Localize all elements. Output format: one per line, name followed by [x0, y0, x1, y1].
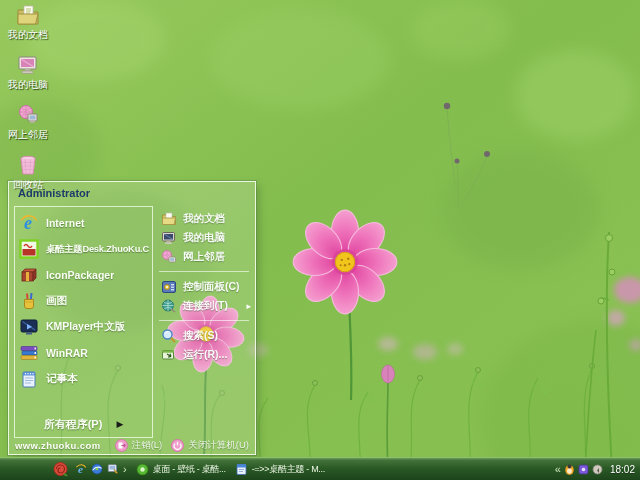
log-off-button[interactable]: 注销(L) — [115, 439, 163, 452]
control-panel-icon — [161, 279, 177, 295]
run-icon — [161, 347, 177, 363]
taskbar: e › 桌面 - 壁纸 - 桌酷... — [0, 457, 640, 480]
recycle-bin-icon — [16, 153, 40, 177]
start-menu-item-label: 记事本 — [46, 372, 78, 386]
network-places-icon — [16, 103, 40, 127]
quick-launch-show-desktop-icon[interactable] — [107, 463, 119, 475]
my-documents-icon — [16, 3, 40, 27]
browser-doc-icon — [235, 463, 248, 476]
start-menu: Administrator e Internet 桌酷主题Desk.ZhuoKu… — [8, 181, 256, 455]
quick-launch-bar: e › — [75, 463, 127, 475]
log-off-label: 注销(L) — [132, 439, 163, 452]
zhuoku-theme-icon — [19, 239, 39, 259]
all-programs-button[interactable]: 所有程序(P) ▶ — [15, 411, 152, 437]
shut-down-button[interactable]: 关闭计算机(U) — [171, 439, 249, 452]
task-label: -=>>桌酷主题 - M... — [252, 463, 325, 476]
desktop-icon-label: 我的电脑 — [8, 78, 48, 92]
start-menu-item-zhuoku-theme[interactable]: 桌酷主题Desk.ZhuoKu.Com — [15, 236, 152, 262]
quick-launch-media-player-icon[interactable] — [91, 463, 103, 475]
my-computer-icon — [16, 53, 40, 77]
desktop-icon-network-places[interactable]: 网上邻居 — [2, 103, 54, 142]
start-menu-item-run[interactable]: 运行(R)... — [159, 345, 251, 364]
start-menu-item-label: IconPackager — [46, 269, 114, 281]
desktop-icon-list: 我的文档 我的电脑 网上邻居 — [2, 3, 54, 192]
desktop-icon-label: 网上邻居 — [8, 128, 48, 142]
start-menu-item-iconpackager[interactable]: IconPackager — [15, 262, 152, 288]
qq-icon[interactable] — [564, 464, 575, 475]
start-menu-pinned-panel: e Internet 桌酷主题Desk.ZhuoKu.Com — [14, 206, 153, 438]
task-label: 桌面 - 壁纸 - 桌酷... — [153, 463, 226, 476]
desktop-icon-my-computer[interactable]: 我的电脑 — [2, 53, 54, 92]
notepad-icon — [19, 369, 39, 389]
submenu-arrow-icon: ▸ — [246, 301, 251, 311]
start-menu-item-kmplayer[interactable]: KMPlayer中文版 — [15, 314, 152, 340]
all-programs-arrow-icon: ▶ — [116, 419, 123, 429]
system-tray: « 18:02 — [555, 464, 640, 475]
tray-collapse-icon[interactable]: « — [555, 464, 561, 475]
volume-icon[interactable] — [592, 464, 603, 475]
start-menu-item-label: 画图 — [46, 294, 67, 308]
connect-to-icon — [161, 298, 177, 314]
start-menu-item-paint[interactable]: 画图 — [15, 288, 152, 314]
start-menu-item-search[interactable]: 搜索(S) — [159, 326, 251, 345]
quick-launch-ie-icon[interactable]: e — [75, 463, 87, 475]
start-menu-item-label: 控制面板(C) — [183, 280, 240, 294]
search-icon — [161, 328, 177, 344]
start-menu-item-winrar[interactable]: WinRAR — [15, 340, 152, 366]
paint-icon — [19, 291, 39, 311]
start-menu-item-connect-to[interactable]: 连接到(T) ▸ — [159, 296, 251, 315]
start-menu-item-label: 我的电脑 — [183, 231, 225, 245]
kmplayer-icon — [19, 317, 39, 337]
computer-icon — [161, 230, 177, 246]
start-menu-item-label: 桌酷主题Desk.ZhuoKu.Com — [46, 243, 149, 256]
documents-folder-icon — [161, 211, 177, 227]
menu-divider — [159, 271, 249, 272]
start-menu-item-label: 网上邻居 — [183, 250, 225, 264]
start-menu-item-my-computer[interactable]: 我的电脑 — [159, 228, 251, 247]
taskbar-task-theme-page[interactable]: -=>>桌酷主题 - M... — [235, 463, 325, 476]
zhuoku-watermark: www.zhuoku.com — [15, 440, 100, 451]
start-menu-item-network-neighborhood[interactable]: 网上邻居 — [159, 247, 251, 266]
tray-clock: 18:02 — [610, 464, 635, 475]
start-button[interactable] — [52, 461, 69, 478]
iconpackager-icon — [19, 265, 39, 285]
start-menu-item-control-panel[interactable]: 控制面板(C) — [159, 277, 251, 296]
desktop: 我的文档 我的电脑 网上邻居 — [0, 0, 640, 480]
messenger-icon[interactable] — [578, 464, 589, 475]
start-menu-item-label: 连接到(T) — [183, 299, 228, 313]
start-menu-item-label: KMPlayer中文版 — [46, 320, 125, 334]
start-menu-footer: www.zhuoku.com 注销(L) 关闭计算机(U) — [9, 437, 255, 454]
desktop-icon-my-documents[interactable]: 我的文档 — [2, 3, 54, 42]
quick-launch-more-icon[interactable]: › — [123, 464, 127, 475]
all-programs-label: 所有程序(P) — [44, 417, 103, 432]
start-menu-item-label: 搜索(S) — [183, 329, 218, 343]
internet-explorer-icon: e — [19, 213, 39, 233]
start-menu-item-notepad[interactable]: 记事本 — [15, 366, 152, 392]
shut-down-label: 关闭计算机(U) — [188, 439, 249, 452]
start-menu-places-panel: 我的文档 我的电脑 网上邻居 — [159, 209, 251, 364]
start-menu-item-label: 运行(R)... — [183, 348, 227, 362]
zhuoku-site-icon — [136, 463, 149, 476]
start-menu-item-label: Internet — [46, 217, 85, 229]
taskbar-task-wallpaper-page[interactable]: 桌面 - 壁纸 - 桌酷... — [136, 463, 226, 476]
log-off-icon — [115, 439, 128, 452]
power-icon — [171, 439, 184, 452]
menu-divider — [159, 320, 249, 321]
start-menu-item-my-documents[interactable]: 我的文档 — [159, 209, 251, 228]
desktop-icon-label: 我的文档 — [8, 28, 48, 42]
start-menu-item-label: 我的文档 — [183, 212, 225, 226]
start-menu-item-label: WinRAR — [46, 347, 88, 359]
network-icon — [161, 249, 177, 265]
start-menu-user: Administrator — [9, 182, 255, 207]
winrar-icon — [19, 343, 39, 363]
start-menu-item-internet[interactable]: e Internet — [15, 210, 152, 236]
